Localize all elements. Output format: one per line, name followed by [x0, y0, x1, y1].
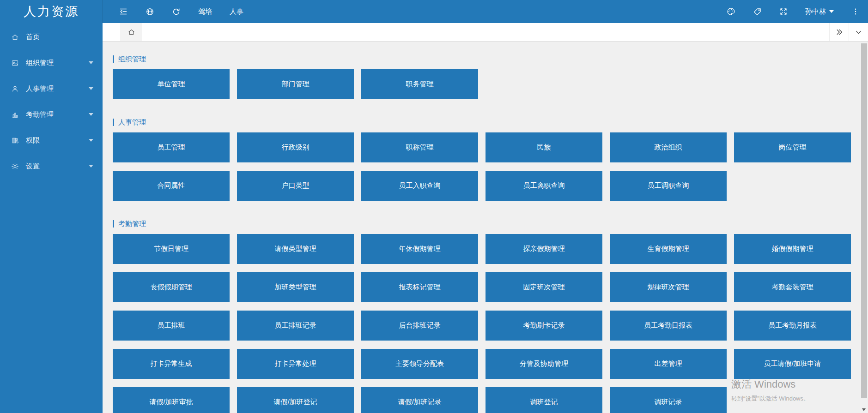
user-menu[interactable]: 孙中林: [805, 7, 834, 16]
menu-tile[interactable]: 职称管理: [361, 132, 478, 162]
menu-tile[interactable]: 员工排班记录: [237, 311, 354, 341]
menu-tile[interactable]: 员工管理: [113, 132, 230, 162]
menu-tile[interactable]: 加班类型管理: [237, 272, 354, 302]
caret-down-icon: [829, 10, 834, 13]
sidebar-item-settings[interactable]: 设置: [0, 153, 103, 179]
kebab-menu-icon[interactable]: [851, 7, 860, 16]
menu-tile[interactable]: 员工排班: [113, 311, 230, 341]
palette-icon[interactable]: [726, 7, 735, 16]
tab-controls: [829, 23, 868, 41]
menu-tile[interactable]: 请假类型管理: [237, 234, 354, 264]
caret-down-icon: [89, 113, 93, 116]
attendance-icon: [11, 110, 19, 119]
menu-tile[interactable]: 请假/加班记录: [361, 387, 478, 413]
org-icon: [11, 59, 19, 67]
menu-tile[interactable]: 岗位管理: [734, 132, 851, 162]
permission-icon: [11, 136, 19, 144]
topbar-nav-renshi[interactable]: 人事: [230, 7, 243, 16]
scrollbar-thumb[interactable]: [861, 43, 867, 398]
menu-tile[interactable]: 考勤刷卡记录: [486, 311, 602, 341]
menu-tile[interactable]: 调班记录: [610, 387, 727, 413]
menu-tile[interactable]: 请假/加班审批: [113, 387, 230, 413]
menu-tile[interactable]: 主要领导分配表: [361, 349, 478, 379]
topbar-left: 驾培 人事: [103, 7, 243, 16]
menu-tile[interactable]: 出差管理: [610, 349, 727, 379]
globe-icon[interactable]: [146, 7, 154, 16]
scrollbar-down-arrow-icon[interactable]: [862, 408, 866, 411]
caret-down-icon: [89, 87, 93, 90]
menu-tile[interactable]: 调班登记: [486, 387, 602, 413]
button-grid: 员工管理行政级别职称管理民族政治组织岗位管理合同属性户口类型员工入职查询员工离职…: [113, 132, 860, 201]
menu-tile[interactable]: 员工考勤日报表: [610, 311, 727, 341]
button-grid: 节假日管理请假类型管理年休假期管理探亲假期管理生育假期管理婚假假期管理丧假假期管…: [113, 234, 860, 413]
sidebar-item-label: 考勤管理: [26, 110, 89, 119]
username: 孙中林: [805, 7, 826, 16]
sidebar-item-label: 权限: [26, 136, 89, 145]
tag-icon[interactable]: [753, 7, 762, 16]
menu-tile[interactable]: 婚假假期管理: [734, 234, 851, 264]
section-hr: 人事管理员工管理行政级别职称管理民族政治组织岗位管理合同属性户口类型员工入职查询…: [113, 119, 860, 201]
topbar: 驾培 人事 孙中林: [103, 0, 868, 23]
menu-tile[interactable]: 职务管理: [361, 69, 478, 99]
vertical-scrollbar[interactable]: [860, 42, 868, 413]
menu-tile[interactable]: 固定班次管理: [486, 272, 602, 302]
menu-tile[interactable]: 员工离职查询: [486, 171, 602, 201]
caret-down-icon: [89, 165, 93, 168]
home-tab-icon: [127, 28, 135, 36]
sidebar-item-label: 设置: [26, 162, 89, 171]
section-title: 人事管理: [113, 119, 860, 126]
menu-tile[interactable]: 丧假假期管理: [113, 272, 230, 302]
menu-tile[interactable]: 员工请假/加班申请: [734, 349, 851, 379]
tab-home[interactable]: [120, 23, 142, 41]
menu-tile[interactable]: 员工入职查询: [361, 171, 478, 201]
menu-tile[interactable]: 打卡异常处理: [237, 349, 354, 379]
tabbar: [103, 23, 868, 42]
section-title: 组织管理: [113, 55, 860, 63]
menu-tile[interactable]: 报表标记管理: [361, 272, 478, 302]
menu-tile[interactable]: 考勤套装管理: [734, 272, 851, 302]
menu-tile[interactable]: 后台排班记录: [361, 311, 478, 341]
section-org: 组织管理单位管理部门管理职务管理: [113, 55, 860, 99]
menu-tile[interactable]: 请假/加班登记: [237, 387, 354, 413]
menu-tile[interactable]: 员工调职查询: [610, 171, 727, 201]
menu-tile[interactable]: 员工考勤月报表: [734, 311, 851, 341]
menu-tile[interactable]: 民族: [486, 132, 602, 162]
menu-tile[interactable]: 规律班次管理: [610, 272, 727, 302]
menu-tile[interactable]: 政治组织: [610, 132, 727, 162]
topbar-nav-jiapei[interactable]: 驾培: [198, 7, 212, 16]
sidebar-item-attendance[interactable]: 考勤管理: [0, 102, 103, 127]
double-arrow-right-icon[interactable]: [829, 23, 849, 41]
menu-tile[interactable]: 打卡异常生成: [113, 349, 230, 379]
sidebar-item-hr[interactable]: 人事管理: [0, 76, 103, 102]
menu-tile[interactable]: 生育假期管理: [610, 234, 727, 264]
sidebar-item-home[interactable]: 首页: [0, 24, 103, 50]
collapse-sidebar-icon[interactable]: [119, 7, 128, 16]
refresh-icon[interactable]: [172, 7, 181, 16]
main-content: 组织管理单位管理部门管理职务管理人事管理员工管理行政级别职称管理民族政治组织岗位…: [103, 42, 860, 413]
menu-tile[interactable]: 年休假期管理: [361, 234, 478, 264]
section-title: 考勤管理: [113, 220, 860, 227]
sidebar-item-label: 首页: [26, 33, 93, 42]
menu-tile[interactable]: 户口类型: [237, 171, 354, 201]
sidebar-item-label: 人事管理: [26, 84, 89, 93]
menu-tile[interactable]: 节假日管理: [113, 234, 230, 264]
fullscreen-icon[interactable]: [779, 7, 788, 16]
sidebar-item-label: 组织管理: [26, 59, 89, 67]
chevron-down-icon[interactable]: [849, 23, 868, 41]
menu-tile[interactable]: 合同属性: [113, 171, 230, 201]
sidebar-item-permission[interactable]: 权限: [0, 127, 103, 153]
sidebar: 人力资源 首页组织管理人事管理考勤管理权限设置: [0, 0, 103, 413]
menu-tile[interactable]: 分管及协助管理: [486, 349, 602, 379]
topbar-right: 孙中林: [726, 7, 868, 16]
person-icon: [11, 84, 19, 93]
menu-tile[interactable]: 行政级别: [237, 132, 354, 162]
sidebar-item-org[interactable]: 组织管理: [0, 50, 103, 76]
section-attendance: 考勤管理节假日管理请假类型管理年休假期管理探亲假期管理生育假期管理婚假假期管理丧…: [113, 220, 860, 413]
menu-tile[interactable]: 部门管理: [237, 69, 354, 99]
home-icon: [11, 33, 19, 41]
caret-down-icon: [89, 139, 93, 142]
sidebar-menu: 首页组织管理人事管理考勤管理权限设置: [0, 23, 103, 179]
menu-tile[interactable]: 单位管理: [113, 69, 230, 99]
menu-tile[interactable]: 探亲假期管理: [486, 234, 602, 264]
button-grid: 单位管理部门管理职务管理: [113, 69, 860, 99]
